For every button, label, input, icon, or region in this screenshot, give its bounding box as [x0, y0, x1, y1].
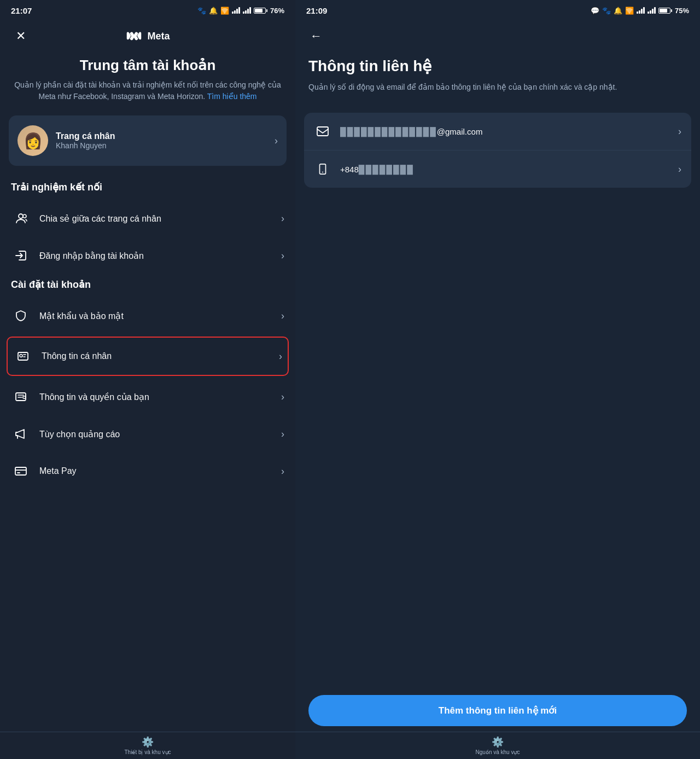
wifi-icon-right: 🛜: [625, 7, 634, 15]
profile-card[interactable]: 👩 Trang cá nhân Khanh Nguyen ›: [9, 115, 287, 166]
section2-title: Cài đặt tài khoản: [0, 274, 295, 297]
svg-rect-4: [16, 393, 26, 401]
svg-point-3: [20, 355, 22, 357]
nav-label-right: Nguồn và khu vực: [476, 749, 520, 755]
status-icons-left: 🐾 🔔 🛜 76%: [197, 7, 284, 15]
time-left: 21:07: [11, 6, 32, 15]
nav-item-left[interactable]: ⚙️ Thiết bị và khu vực: [124, 736, 171, 755]
battery-icon: [254, 8, 267, 14]
menu-item-metapay[interactable]: Meta Pay ›: [0, 453, 295, 490]
phone-value: +848████████: [340, 165, 414, 174]
bottom-nav-left: ⚙️ Thiết bị và khu vực: [0, 732, 295, 759]
meta-text: Meta: [147, 31, 170, 42]
svg-point-1: [23, 215, 26, 218]
alarm-icon-right: 🔔: [614, 7, 622, 15]
phone-prefix: +848: [340, 165, 359, 174]
menu-password-label: Mật khẩu và bảo mật: [39, 311, 124, 321]
svg-rect-6: [15, 467, 26, 475]
left-header: Trung tâm tài khoản Quản lý phần cài đặt…: [0, 51, 295, 111]
contact-list: ██████████████@gmail.com › +848████████ …: [304, 113, 691, 188]
email-icon: [314, 123, 331, 140]
info-rights-chevron-icon: ›: [281, 391, 284, 403]
nav-item-right[interactable]: ⚙️ Nguồn và khu vực: [476, 736, 520, 755]
pet-icon-right: 🐾: [602, 7, 611, 15]
svg-rect-7: [317, 127, 328, 136]
battery-pct-left: 76%: [270, 7, 284, 15]
section1-title: Trải nghiệm kết nối: [0, 177, 295, 200]
learn-more-link[interactable]: Tìm hiểu thêm: [207, 92, 257, 101]
phone-blurred: ████████: [359, 165, 414, 174]
profile-info: 👩 Trang cá nhân Khanh Nguyen: [18, 125, 115, 156]
nav-icon-left: ⚙️: [142, 736, 154, 748]
signal-icon-right: [637, 7, 645, 14]
share-chevron-icon: ›: [281, 213, 284, 224]
svg-point-0: [19, 214, 23, 218]
right-panel: 21:09 💬 🐾 🔔 🛜 75% ← Thông tin liên hệ: [295, 0, 700, 759]
bottom-nav-right: ⚙️ Nguồn và khu vực: [295, 732, 700, 759]
add-btn-container: Thêm thông tin liên hệ mới: [308, 695, 687, 726]
email-value: ██████████████@gmail.com: [340, 127, 482, 136]
menu-ads-label: Tùy chọn quảng cáo: [39, 429, 120, 439]
contact-item-email[interactable]: ██████████████@gmail.com ›: [304, 113, 691, 150]
signal-icon-right-2: [648, 7, 656, 14]
top-bar-left: ✕ Meta: [0, 21, 295, 51]
menu-info-rights-label: Thông tin và quyền của bạn: [39, 392, 149, 402]
phone-chevron-icon: ›: [678, 164, 681, 175]
add-contact-button[interactable]: Thêm thông tin liên hệ mới: [308, 695, 687, 726]
right-header: Thông tin liên hệ Quản lý số di động và …: [295, 51, 700, 102]
profile-chevron-icon: ›: [275, 135, 278, 147]
wifi-icon: 🛜: [220, 7, 229, 15]
personal-info-chevron-icon: ›: [279, 351, 282, 362]
status-icons-right: 💬 🐾 🔔 🛜 75%: [591, 7, 689, 15]
avatar: 👩: [18, 125, 48, 156]
left-subtitle: Quản lý phần cài đặt tài khoản và trải n…: [13, 79, 282, 102]
menu-item-password[interactable]: Mật khẩu và bảo mật ›: [0, 297, 295, 334]
menu-item-info-rights[interactable]: Thông tin và quyền của bạn ›: [0, 378, 295, 415]
battery-pct-right: 75%: [675, 7, 689, 15]
time-right: 21:09: [306, 6, 327, 15]
ads-chevron-icon: ›: [281, 428, 284, 440]
status-bar-right: 21:09 💬 🐾 🔔 🛜 75%: [295, 0, 700, 21]
right-title: Thông tin liên hệ: [308, 57, 687, 75]
menu-item-share[interactable]: Chia sẻ giữa các trang cá nhân ›: [0, 200, 295, 237]
status-bar-left: 21:07 🐾 🔔 🛜 76%: [0, 0, 295, 21]
nav-icon-right: ⚙️: [492, 736, 504, 748]
meta-logo: Meta: [125, 31, 170, 42]
right-subtitle: Quản lý số di động và email để đảm bảo t…: [308, 82, 687, 93]
megaphone-icon: [11, 424, 31, 444]
menu-login-label: Đăng nhập bằng tài khoản: [39, 251, 144, 261]
menu-personal-info-label: Thông tin cá nhân: [42, 351, 112, 361]
nav-label-left: Thiết bị và khu vực: [124, 749, 171, 755]
profile-label: Trang cá nhân: [56, 131, 115, 141]
alarm-icon: 🔔: [209, 7, 218, 15]
left-title: Trung tâm tài khoản: [13, 57, 282, 74]
pet-icon: 🐾: [197, 7, 206, 15]
profile-name: Khanh Nguyen: [56, 141, 115, 150]
metapay-chevron-icon: ›: [281, 466, 284, 477]
login-chevron-icon: ›: [281, 250, 284, 262]
email-suffix: @gmail.com: [437, 127, 483, 136]
signal-icon-2: [243, 7, 251, 14]
id-card-icon: [13, 346, 33, 366]
menu-item-ads[interactable]: Tùy chọn quảng cáo ›: [0, 415, 295, 453]
chat-icon: 💬: [591, 7, 599, 15]
battery-icon-right: [658, 8, 672, 14]
close-button[interactable]: ✕: [11, 26, 31, 46]
menu-share-label: Chia sẻ giữa các trang cá nhân: [39, 213, 161, 224]
signal-icon: [232, 7, 240, 14]
shield-icon: [11, 306, 31, 326]
email-chevron-icon: ›: [678, 126, 681, 137]
menu-item-login[interactable]: Đăng nhập bằng tài khoản ›: [0, 237, 295, 274]
login-icon: [11, 246, 31, 265]
share-icon: [11, 208, 31, 228]
back-button[interactable]: ←: [306, 26, 326, 46]
info-rights-icon: [11, 387, 31, 407]
left-panel: 21:07 🐾 🔔 🛜 76% ✕: [0, 0, 295, 759]
menu-item-personal-info[interactable]: Thông tin cá nhân ›: [7, 337, 289, 376]
password-chevron-icon: ›: [281, 310, 284, 322]
card-icon: [11, 461, 31, 481]
svg-point-9: [322, 172, 323, 173]
menu-metapay-label: Meta Pay: [39, 466, 77, 476]
phone-icon: [314, 160, 331, 178]
contact-item-phone[interactable]: +848████████ ›: [304, 150, 691, 188]
